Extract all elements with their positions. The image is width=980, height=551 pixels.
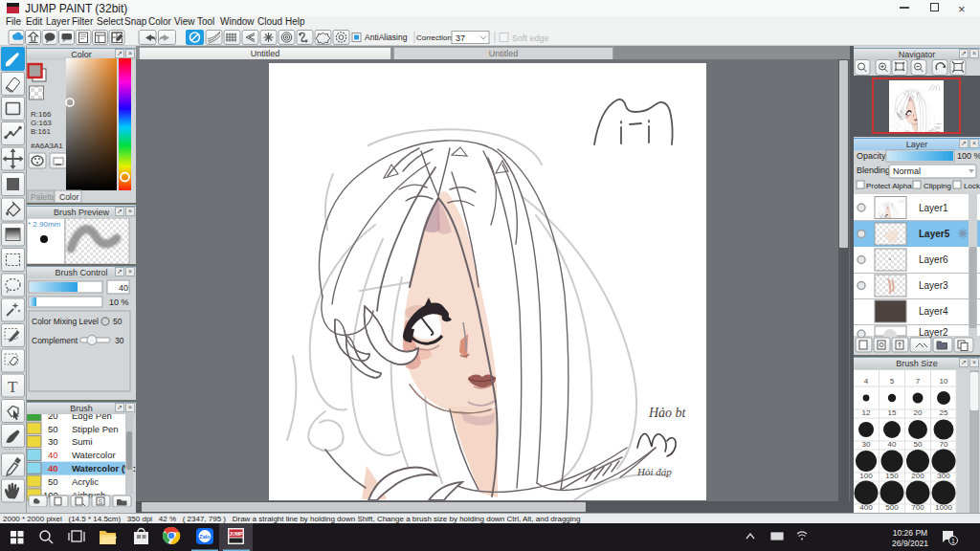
svg-text:7: 7 — [916, 377, 921, 386]
svg-text:10:26 PM: 10:26 PM — [893, 528, 927, 538]
svg-text:Watercolor: Watercolor — [72, 450, 116, 460]
svg-text:Soft edge: Soft edge — [512, 33, 549, 43]
svg-text:Hảo bt: Hảo bt — [648, 406, 687, 420]
svg-text:T: T — [8, 378, 18, 396]
svg-text:Stipple Pen: Stipple Pen — [72, 424, 119, 434]
svg-text:40: 40 — [48, 463, 58, 474]
svg-text:50: 50 — [113, 317, 122, 326]
svg-text:Zalo: Zalo — [199, 534, 211, 540]
svg-text:S: S — [99, 498, 103, 505]
svg-text:150: 150 — [885, 472, 899, 480]
svg-text:100 %: 100 % — [957, 151, 980, 161]
svg-text:30: 30 — [48, 436, 58, 447]
svg-text:Edge Pen: Edge Pen — [72, 414, 112, 421]
svg-text:40: 40 — [888, 440, 897, 449]
svg-text:200: 200 — [911, 472, 924, 480]
svg-text:Normal: Normal — [893, 166, 921, 176]
svg-text:Color: Color — [59, 192, 78, 202]
svg-text:30: 30 — [862, 440, 871, 449]
svg-text:Protect Alpha: Protect Alpha — [866, 182, 912, 190]
svg-text:Lock: Lock — [964, 182, 980, 190]
svg-text:JUMP: JUMP — [230, 531, 244, 537]
svg-text:Layer4: Layer4 — [919, 306, 948, 317]
svg-text:Opacity: Opacity — [857, 151, 886, 161]
svg-text:20: 20 — [48, 414, 58, 421]
svg-text:50: 50 — [48, 424, 58, 434]
svg-text:Palette: Palette — [31, 192, 56, 202]
svg-text:40: 40 — [48, 450, 58, 460]
svg-text:* 2.90mm: * 2.90mm — [28, 220, 61, 229]
svg-text:Blending: Blending — [857, 165, 890, 175]
svg-text:Complement: Complement — [32, 336, 78, 345]
svg-text:Clipping: Clipping — [924, 182, 951, 190]
svg-text:4: 4 — [864, 377, 869, 386]
svg-text:5: 5 — [890, 377, 895, 386]
svg-text:50: 50 — [48, 476, 58, 487]
svg-text:25: 25 — [940, 408, 948, 417]
svg-text:1: 1 — [951, 538, 955, 544]
svg-text:12: 12 — [862, 408, 871, 417]
svg-text:Color Mixing Level: Color Mixing Level — [32, 317, 99, 326]
svg-text:Layer5: Layer5 — [919, 229, 950, 239]
svg-text:26/9/2021: 26/9/2021 — [892, 539, 928, 548]
svg-text:Layer3: Layer3 — [919, 280, 948, 291]
svg-text:37: 37 — [456, 33, 465, 43]
svg-text:10: 10 — [940, 377, 948, 386]
svg-text:50: 50 — [914, 440, 923, 449]
svg-text:Correction: Correction — [416, 33, 452, 42]
svg-text:70: 70 — [940, 440, 948, 449]
svg-text:30: 30 — [115, 336, 124, 345]
svg-text:G:163: G:163 — [31, 119, 52, 127]
svg-text:R:166: R:166 — [31, 110, 52, 119]
svg-text:AntiAliasing: AntiAliasing — [365, 33, 408, 42]
svg-text:B:161: B:161 — [31, 127, 51, 136]
svg-text:20: 20 — [914, 408, 923, 417]
svg-text:Layer1: Layer1 — [919, 203, 948, 213]
svg-text:10 %: 10 % — [109, 298, 129, 307]
svg-text:Acrylic: Acrylic — [72, 476, 99, 487]
svg-text:Layer2: Layer2 — [919, 327, 948, 338]
svg-text:Layer6: Layer6 — [919, 254, 948, 265]
svg-text:Sumi: Sumi — [72, 436, 93, 447]
svg-text:Hỏi đáp: Hỏi đáp — [636, 466, 672, 477]
svg-text:15: 15 — [888, 408, 897, 417]
svg-text:#A6A3A1: #A6A3A1 — [31, 142, 63, 150]
svg-text:100: 100 — [859, 472, 873, 480]
svg-text:40: 40 — [119, 283, 128, 293]
